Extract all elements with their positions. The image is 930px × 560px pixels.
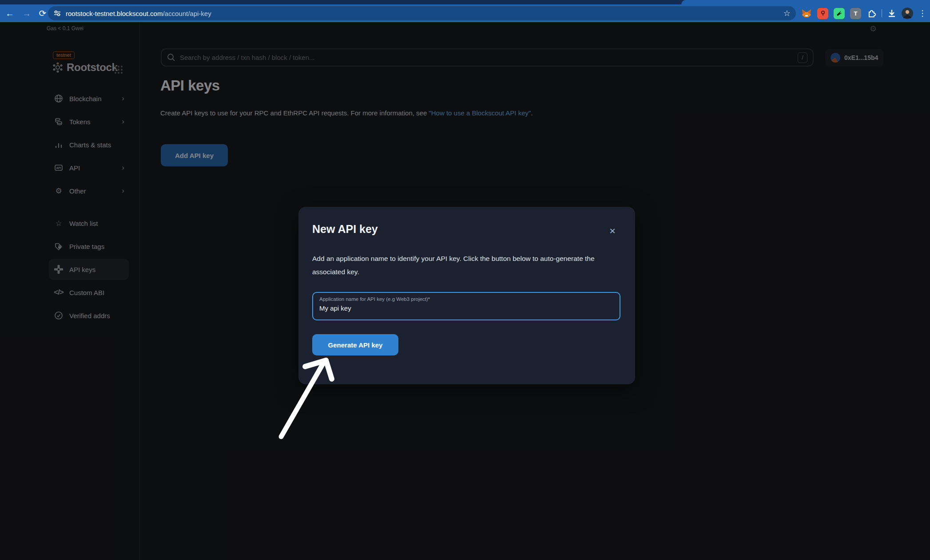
bookmark-star-icon[interactable]: ☆ (783, 8, 791, 18)
extensions-puzzle-icon[interactable] (866, 8, 876, 18)
browser-tabstrip (0, 0, 930, 4)
site-info-icon[interactable] (53, 9, 61, 17)
t-extension-icon[interactable]: T (850, 8, 861, 19)
field-label: Application name for API key (e.g Web3 p… (319, 296, 430, 302)
url-text[interactable]: rootstock-testnet.blockscout.com/account… (66, 10, 780, 17)
metamask-fox-icon[interactable] (801, 8, 812, 19)
modal-description: Add an application name to identify your… (312, 252, 623, 279)
blockscout-page: Gas < 0.1 Gwei ⚙ testnet Rootstock (0, 22, 930, 560)
modal-title: New API key (312, 223, 378, 236)
browser-menu-icon[interactable]: ⋮ (918, 6, 926, 20)
url-bar[interactable]: rootstock-testnet.blockscout.com/account… (48, 6, 796, 20)
toolbar-separator (882, 9, 882, 17)
profile-avatar[interactable] (902, 8, 913, 19)
browser-chrome: ← → ⟳ rootstock-testnet.blockscout.com/a… (0, 0, 930, 22)
downloads-icon[interactable] (887, 9, 896, 18)
new-api-key-modal: New API key ✕ Add an application name to… (298, 207, 635, 384)
forward-icon[interactable]: → (20, 6, 34, 20)
back-icon[interactable]: ← (3, 6, 17, 20)
sprout-extension-icon[interactable] (834, 8, 845, 19)
close-icon[interactable]: ✕ (607, 225, 618, 237)
browser-toolbar: ← → ⟳ rootstock-testnet.blockscout.com/a… (0, 4, 930, 22)
application-name-input[interactable] (319, 304, 608, 312)
pin-extension-icon[interactable] (817, 8, 828, 19)
generate-api-key-button[interactable]: Generate API key (312, 334, 398, 355)
active-tab-edge (681, 0, 930, 4)
extension-row: T ⋮ (801, 6, 926, 20)
application-name-field[interactable]: Application name for API key (e.g Web3 p… (312, 292, 620, 320)
